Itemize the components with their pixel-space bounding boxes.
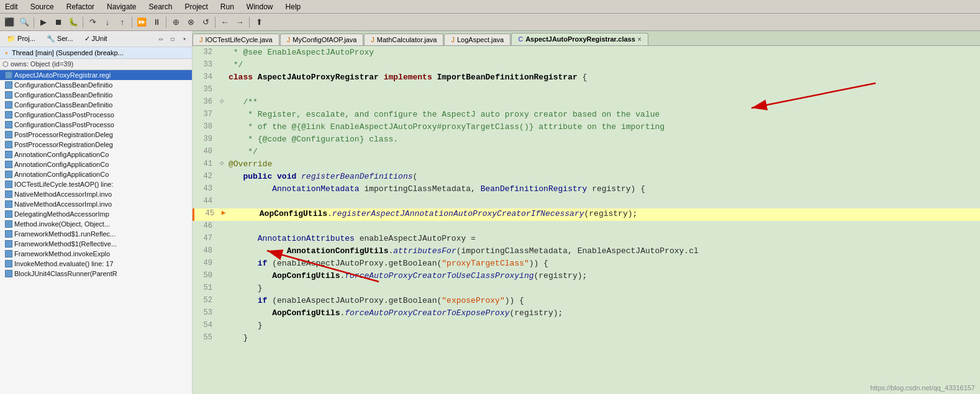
menu-edit[interactable]: Edit — [2, 2, 20, 12]
menu-run[interactable]: Run — [218, 2, 237, 12]
menu-refactor[interactable]: Refactor — [64, 2, 97, 12]
toolbar-extra2[interactable]: ⊗ — [184, 16, 197, 29]
stack-icon — [5, 190, 12, 198]
code-line: 34class AspectJAutoProxyRegistrar implem… — [193, 72, 980, 84]
editor-tab[interactable]: CAspectJAutoProxyRegistrar.class× — [511, 33, 648, 45]
maximize-icon[interactable]: ◻ — [168, 34, 178, 44]
stack-item[interactable]: PostProcessorRegistrationDeleg — [0, 130, 192, 140]
toolbar-stop[interactable]: ⏹ — [52, 16, 65, 29]
toolbar-step-over[interactable]: ↷ — [86, 16, 99, 29]
toolbar-debug[interactable]: 🐛 — [66, 16, 80, 29]
stack-label: PostProcessorRegistrationDeleg — [14, 131, 113, 138]
menu-search[interactable]: Search — [146, 2, 175, 12]
line-content: */ — [226, 146, 980, 157]
stack-item[interactable]: AnnotationConfigApplicationCo — [0, 169, 192, 179]
code-line: 44 — [193, 196, 980, 208]
line-number: 52 — [193, 295, 217, 305]
line-content: if (enableAspectJAutoProxy.getBoolean("p… — [226, 258, 980, 269]
thread-item[interactable]: 🔸 Thread [main] (Suspended (breakp... — [0, 47, 192, 59]
toolbar-run[interactable]: ▶ — [37, 16, 50, 29]
toolbar-forward[interactable]: → — [233, 16, 247, 29]
editor-tab[interactable]: JIOCTestLifeCycle.java — [193, 34, 279, 45]
stack-list: AspectJAutoProxyRegistrar.regiConfigurat… — [0, 70, 192, 394]
stack-item[interactable]: AnnotationConfigApplicationCo — [0, 150, 192, 159]
stack-item[interactable]: BlockJUnit4ClassRunner(ParentR — [0, 269, 192, 279]
stack-label: ConfigurationClassPostProcesso — [14, 111, 114, 119]
menu-navigate[interactable]: Navigate — [104, 2, 138, 12]
tab-label: LogAspect.java — [457, 36, 504, 43]
toolbar-extra3[interactable]: ↺ — [199, 16, 212, 29]
thread-label: Thread [main] (Suspended (breakp... — [12, 49, 124, 56]
toolbar-resume[interactable]: ⏩ — [135, 16, 148, 29]
toolbar-extra1[interactable]: ⊕ — [169, 16, 183, 29]
line-number: 43 — [193, 184, 217, 193]
stack-item[interactable]: Method.invoke(Object, Object... — [0, 219, 192, 229]
code-line: 35 — [193, 84, 980, 97]
line-content: AnnotationConfigUtils.attributesFor(impo… — [226, 246, 980, 256]
stack-icon — [5, 260, 12, 267]
stack-item[interactable]: ConfigurationClassBeanDefinitio — [0, 80, 192, 90]
tab-close-button[interactable]: × — [638, 36, 642, 43]
line-content: AopConfigUtils.registerAspectJAnnotation… — [228, 208, 980, 219]
toolbar-step-out[interactable]: ↑ — [116, 16, 129, 29]
toolbar-export[interactable]: ⬆ — [252, 16, 266, 29]
menu-help[interactable]: Help — [283, 2, 304, 12]
stack-label: ConfigurationClassBeanDefinitio — [14, 91, 112, 99]
stack-item[interactable]: AnnotationConfigApplicationCo — [0, 159, 192, 169]
editor-tab[interactable]: JLogAspect.java — [444, 34, 510, 45]
stack-icon — [5, 111, 12, 119]
tab-project[interactable]: 📁 Proj... — [2, 34, 40, 44]
toolbar-btn-2[interactable]: 🔍 — [17, 16, 31, 29]
code-line: 52 if (enableAspectJAutoProxy.getBoolean… — [193, 295, 980, 308]
code-line: 40 */ — [193, 146, 980, 159]
toolbar-step-into[interactable]: ↓ — [101, 16, 114, 29]
stack-label: FrameworkMethod.invokeExplo — [14, 250, 110, 257]
stack-icon — [5, 91, 12, 99]
stack-item[interactable]: FrameworkMethod$1(Reflective... — [0, 239, 192, 249]
toolbar-btn-1[interactable]: ⬛ — [2, 16, 16, 29]
code-editor[interactable]: 32 * @see EnableAspectJAutoProxy33 */34c… — [193, 46, 980, 394]
breakpoint-icon: ◇ — [220, 159, 224, 167]
stack-label: NativeMethodAccessorImpl.invo — [14, 200, 112, 208]
class-icon: C — [518, 35, 523, 43]
stack-icon — [5, 71, 12, 79]
panel-menu-icon[interactable]: ▾ — [179, 34, 189, 44]
stack-item[interactable]: ConfigurationClassBeanDefinitio — [0, 100, 192, 110]
menu-source[interactable]: Source — [28, 2, 57, 12]
stack-item[interactable]: FrameworkMethod$1.runReflec... — [0, 229, 192, 239]
stack-icon — [5, 151, 12, 158]
stack-item[interactable]: NativeMethodAccessorImpl.invo — [0, 189, 192, 199]
editor-tab[interactable]: JMathCalculator.java — [364, 34, 443, 45]
tab-server[interactable]: 🔧 Ser... — [42, 34, 78, 44]
stack-item[interactable]: InvokeMethod.evaluate() line: 17 — [0, 259, 192, 269]
editor-tab[interactable]: JMyConfigOfAOP.java — [280, 34, 364, 45]
stack-item[interactable]: FrameworkMethod.invokeExplo — [0, 249, 192, 259]
stack-label: AnnotationConfigApplicationCo — [14, 151, 109, 158]
toolbar-suspend[interactable]: ⏸ — [150, 16, 163, 29]
tab-junit[interactable]: ✓ JUnit — [80, 34, 112, 44]
line-content: * Register, escalate, and configure the … — [226, 109, 980, 120]
stack-item[interactable]: NativeMethodAccessorImpl.invo — [0, 199, 192, 209]
stack-item[interactable]: IOCTestLifeCycle.testAOP() line: — [0, 179, 192, 189]
stack-item[interactable]: DelegatingMethodAccessorImp — [0, 209, 192, 219]
line-number: 37 — [193, 109, 217, 119]
menu-project[interactable]: Project — [182, 2, 210, 12]
stack-item[interactable]: ConfigurationClassPostProcesso — [0, 110, 192, 120]
stack-item[interactable]: PostProcessorRegistrationDeleg — [0, 140, 192, 150]
java-icon: J — [199, 36, 203, 43]
tab-label: MathCalculator.java — [377, 36, 437, 43]
minimize-icon[interactable]: ▭ — [156, 34, 166, 44]
stack-item[interactable]: AspectJAutoProxyRegistrar.regi — [0, 70, 192, 80]
code-line: 41◇@Override — [193, 159, 980, 171]
separator-6 — [249, 17, 250, 28]
separator-5 — [215, 17, 216, 28]
toolbar-back[interactable]: ← — [218, 16, 232, 29]
menu-window[interactable]: Window — [244, 2, 276, 12]
code-line: 45▶ AopConfigUtils.registerAspectJAnnota… — [193, 208, 980, 221]
line-content: public void registerBeanDefinitions( — [226, 171, 980, 182]
stack-item[interactable]: ConfigurationClassPostProcesso — [0, 120, 192, 130]
line-number: 51 — [193, 283, 217, 292]
stack-item[interactable]: ConfigurationClassBeanDefinitio — [0, 90, 192, 100]
line-content — [226, 196, 980, 197]
line-number: 34 — [193, 72, 217, 81]
